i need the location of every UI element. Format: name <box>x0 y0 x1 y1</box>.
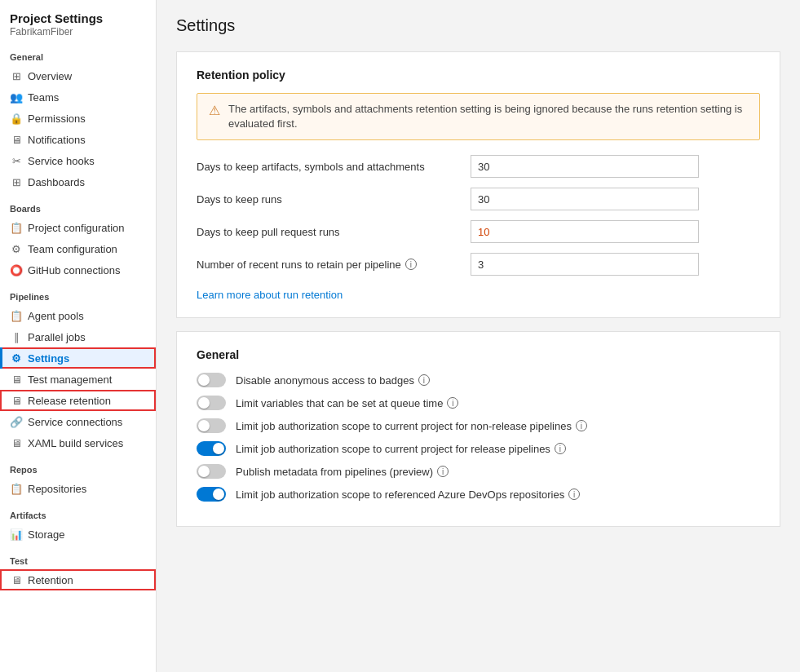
section-label-boards: Boards <box>0 192 156 217</box>
project-name: FabrikamFiber <box>10 26 146 38</box>
section-label-artifacts: Artifacts <box>0 499 156 524</box>
service-hooks-icon: ✂ <box>10 154 23 167</box>
sidebar-item-label-github-connections: GitHub connections <box>28 264 120 276</box>
field-row-0: Days to keep artifacts, symbols and atta… <box>197 155 760 178</box>
teams-icon: 👥 <box>10 91 23 104</box>
toggle-5[interactable] <box>197 487 226 502</box>
sidebar-item-label-service-connections: Service connections <box>28 416 122 428</box>
toggle-4[interactable] <box>197 464 226 479</box>
toggle-row-2: Limit job authorization scope to current… <box>197 418 760 433</box>
sidebar-item-label-team-configuration: Team configuration <box>28 243 117 255</box>
github-connections-icon: ⭕ <box>10 263 23 276</box>
info-icon-5[interactable]: i <box>568 489 580 500</box>
toggle-row-1: Limit variables that can be set at queue… <box>197 396 760 410</box>
sidebar-item-label-retention: Retention <box>28 574 73 586</box>
sidebar-item-label-parallel-jobs: Parallel jobs <box>28 331 86 343</box>
sidebar-item-notifications[interactable]: 🖥Notifications <box>0 129 156 150</box>
section-label-repos: Repos <box>0 453 156 478</box>
sidebar-item-service-connections[interactable]: 🔗Service connections <box>0 411 156 432</box>
general-title: General <box>197 348 760 361</box>
sidebar-item-xaml-build-services[interactable]: 🖥XAML build services <box>0 432 156 453</box>
toggle-row-4: Publish metadata from pipelines (preview… <box>197 464 760 479</box>
sidebar-item-service-hooks[interactable]: ✂Service hooks <box>0 150 156 171</box>
section-label-general: General <box>0 41 156 65</box>
sidebar-item-project-configuration[interactable]: 📋Project configuration <box>0 217 156 238</box>
sidebar-item-github-connections[interactable]: ⭕GitHub connections <box>0 259 156 281</box>
info-icon-0[interactable]: i <box>418 374 430 386</box>
sidebar-item-label-storage: Storage <box>28 528 65 541</box>
sidebar-item-retention[interactable]: 🖥Retention3 <box>0 569 156 590</box>
toggle-0[interactable] <box>197 373 226 387</box>
sidebar-item-agent-pools[interactable]: 📋Agent pools <box>0 305 156 326</box>
toggle-3[interactable] <box>197 441 226 456</box>
agent-pools-icon: 📋 <box>10 309 23 322</box>
field-label-0: Days to keep artifacts, symbols and atta… <box>197 161 457 173</box>
field-input-3[interactable] <box>471 253 699 276</box>
warning-text: The artifacts, symbols and attachments r… <box>228 102 748 131</box>
xaml-build-services-icon: 🖥 <box>10 436 23 449</box>
sidebar-item-label-dashboards: Dashboards <box>28 176 85 188</box>
retention-policy-title: Retention policy <box>197 69 760 82</box>
field-row-1: Days to keep runs <box>197 188 760 210</box>
sidebar-item-dashboards[interactable]: ⊞Dashboards <box>0 171 156 192</box>
sidebar-item-permissions[interactable]: 🔒Permissions <box>0 108 156 129</box>
toggle-row-3: Limit job authorization scope to current… <box>197 441 760 456</box>
retention-icon: 🖥 <box>10 573 23 586</box>
settings-icon: ⚙ <box>10 351 23 365</box>
toggle-label-4: Publish metadata from pipelines (preview… <box>236 466 449 478</box>
section-label-pipelines: Pipelines <box>0 281 156 305</box>
toggle-label-2: Limit job authorization scope to current… <box>236 420 587 432</box>
field-input-0[interactable] <box>471 155 699 178</box>
info-icon-1[interactable]: i <box>447 397 458 409</box>
sidebar-item-team-configuration[interactable]: ⚙Team configuration <box>0 238 156 259</box>
sidebar-item-label-notifications: Notifications <box>28 134 86 146</box>
field-label-2: Days to keep pull request runs <box>197 226 457 238</box>
sidebar-item-label-test-management: Test management <box>28 374 112 386</box>
toggle-label-0: Disable anonymous access to badges i <box>236 374 430 387</box>
sidebar-item-release-retention[interactable]: 🖥Release retention2 <box>0 390 156 411</box>
learn-more-link[interactable]: Learn more about run retention <box>197 289 343 301</box>
storage-icon: 📊 <box>10 528 23 541</box>
warning-box: ⚠ The artifacts, symbols and attachments… <box>197 93 760 140</box>
sidebar-item-label-repositories: Repositories <box>28 483 86 495</box>
project-settings-title: Project Settings <box>10 11 146 25</box>
service-connections-icon: 🔗 <box>10 415 23 428</box>
sidebar-item-teams[interactable]: 👥Teams <box>0 86 156 108</box>
main-content: Settings Retention policy ⚠ The artifact… <box>157 0 800 672</box>
field-label-1: Days to keep runs <box>197 193 457 206</box>
general-card: General Disable anonymous access to badg… <box>176 331 780 527</box>
sidebar-item-settings[interactable]: ⚙Settings1 <box>0 347 156 369</box>
info-icon-2[interactable]: i <box>576 420 587 431</box>
sidebar-item-label-project-configuration: Project configuration <box>28 222 125 234</box>
toggle-row-0: Disable anonymous access to badges i <box>197 373 760 387</box>
toggle-1[interactable] <box>197 396 226 410</box>
sidebar-item-storage[interactable]: 📊Storage <box>0 524 156 545</box>
sidebar-item-parallel-jobs[interactable]: ∥Parallel jobs <box>0 326 156 347</box>
info-icon-runs[interactable]: i <box>405 259 417 270</box>
release-retention-icon: 🖥 <box>10 394 23 407</box>
sidebar-item-repositories[interactable]: 📋Repositories <box>0 478 156 499</box>
repositories-icon: 📋 <box>10 482 23 495</box>
sidebar-item-label-settings: Settings <box>28 352 69 365</box>
toggle-2[interactable] <box>197 418 226 433</box>
parallel-jobs-icon: ∥ <box>10 330 23 343</box>
sidebar-item-label-teams: Teams <box>28 91 59 104</box>
sidebar-item-label-permissions: Permissions <box>28 113 86 125</box>
page-title: Settings <box>176 16 780 35</box>
field-input-2[interactable] <box>471 220 699 243</box>
test-management-icon: 🖥 <box>10 373 23 386</box>
project-configuration-icon: 📋 <box>10 221 23 234</box>
info-icon-3[interactable]: i <box>555 443 566 454</box>
notifications-icon: 🖥 <box>10 133 23 146</box>
sidebar-item-label-service-hooks: Service hooks <box>28 155 95 167</box>
toggle-label-3: Limit job authorization scope to current… <box>236 443 566 455</box>
sidebar-item-overview[interactable]: ⊞Overview <box>0 65 156 86</box>
field-input-1[interactable] <box>471 188 699 210</box>
team-configuration-icon: ⚙ <box>10 242 23 255</box>
sidebar: Project Settings FabrikamFiber General⊞O… <box>0 0 157 672</box>
info-icon-4[interactable]: i <box>437 466 449 477</box>
overview-icon: ⊞ <box>10 69 23 82</box>
dashboards-icon: ⊞ <box>10 175 23 188</box>
toggle-label-1: Limit variables that can be set at queue… <box>236 397 458 409</box>
sidebar-item-test-management[interactable]: 🖥Test management <box>0 369 156 390</box>
